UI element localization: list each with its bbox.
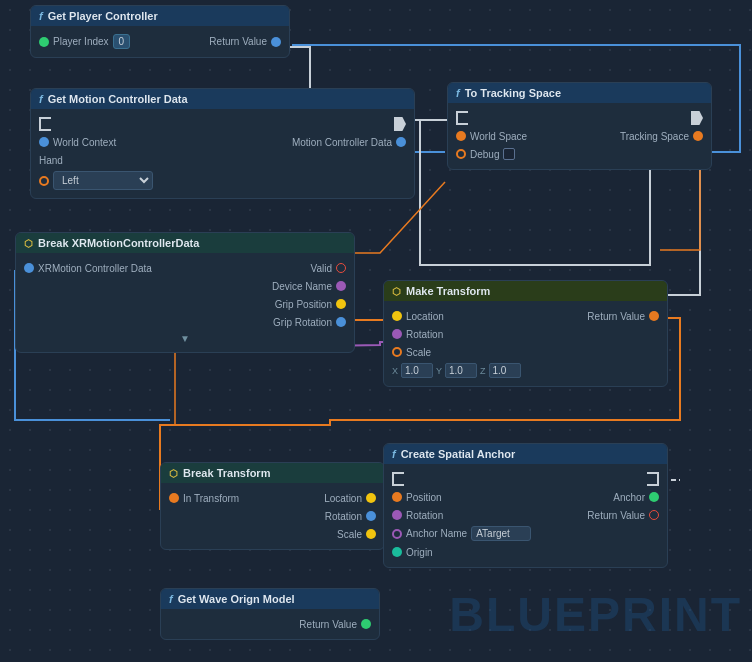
break-xr-motion-node: ⬡ Break XRMotionControllerData XRMotion … <box>15 232 355 353</box>
return-value-label: Return Value <box>209 36 267 47</box>
node-header: ⬡ Make Transform <box>384 281 667 301</box>
world-space-label: World Space <box>470 131 527 142</box>
port-left: XRMotion Controller Data <box>24 263 152 274</box>
position-row: Position Anchor <box>392 488 659 506</box>
port-left: Player Index 0 <box>39 34 130 49</box>
break-icon: ⬡ <box>169 468 178 479</box>
player-index-badge[interactable]: 0 <box>113 34 131 49</box>
port-right: Device Name <box>24 281 346 292</box>
z-input[interactable] <box>489 363 521 378</box>
return-value-dot <box>649 311 659 321</box>
scale-row: Scale <box>392 343 659 361</box>
location-label: Location <box>324 493 362 504</box>
anchor-name-row: Anchor Name <box>392 524 659 543</box>
port-left: Rotation <box>392 510 443 521</box>
scale-row: Scale <box>169 525 376 543</box>
y-input[interactable] <box>445 363 477 378</box>
node-title: Make Transform <box>406 285 490 297</box>
expand-arrow[interactable]: ▼ <box>24 331 346 346</box>
function-icon: f <box>456 87 460 99</box>
grip-position-label: Grip Position <box>275 299 332 310</box>
location-label: Location <box>406 311 444 322</box>
node-body: XRMotion Controller Data Valid Device Na… <box>16 253 354 352</box>
debug-checkbox[interactable] <box>503 148 515 160</box>
port-right: Grip Rotation <box>24 317 346 328</box>
port-right: Valid <box>311 263 347 274</box>
position-label: Position <box>406 492 442 503</box>
origin-row: Origin <box>392 543 659 561</box>
port-left: Left Right <box>39 171 153 190</box>
z-label: Z <box>480 366 486 376</box>
port-left: Scale <box>392 347 431 358</box>
exec-out-pin <box>394 117 406 131</box>
device-name-label: Device Name <box>272 281 332 292</box>
port-right <box>647 472 659 486</box>
node-header: ⬡ Break Transform <box>161 463 384 483</box>
node-body: In Transform Location Rotation Scale <box>161 483 384 549</box>
port-left: Rotation <box>392 329 443 340</box>
exec-row <box>39 115 406 133</box>
anchor-dot <box>649 492 659 502</box>
world-context-label: World Context <box>53 137 116 148</box>
hand-select[interactable]: Left Right <box>53 171 153 190</box>
port-right: Return Value <box>587 510 659 521</box>
port-left <box>456 111 468 125</box>
grip-position-row: Grip Position <box>24 295 346 313</box>
anchor-name-dot <box>392 529 402 539</box>
node-title: Create Spatial Anchor <box>401 448 516 460</box>
rotation-dot <box>392 329 402 339</box>
node-title: To Tracking Space <box>465 87 561 99</box>
location-dot <box>366 493 376 503</box>
make-transform-node: ⬡ Make Transform Location Return Value R… <box>383 280 668 387</box>
device-name-dot <box>336 281 346 291</box>
origin-label: Origin <box>406 547 433 558</box>
node-body: Position Anchor Rotation Return Value An… <box>384 464 667 567</box>
scale-label: Scale <box>406 347 431 358</box>
rotation-row: Rotation <box>169 507 376 525</box>
in-transform-label: In Transform <box>183 493 239 504</box>
create-spatial-anchor-node: f Create Spatial Anchor Position Anchor <box>383 443 668 568</box>
x-input[interactable] <box>401 363 433 378</box>
rotation-dot <box>392 510 402 520</box>
return-value-row: Return Value <box>169 615 371 633</box>
exec-row <box>456 109 703 127</box>
rotation-label: Rotation <box>406 329 443 340</box>
exec-in-pin <box>392 472 404 486</box>
port-right: Anchor <box>613 492 659 503</box>
get-wave-orign-model-node: f Get Wave Orign Model Return Value <box>160 588 380 640</box>
scale-dot <box>366 529 376 539</box>
make-icon: ⬡ <box>392 286 401 297</box>
node-header: f Create Spatial Anchor <box>384 444 667 464</box>
world-space-row: World Space Tracking Space <box>456 127 703 145</box>
node-body: World Space Tracking Space Debug <box>448 103 711 169</box>
node-header: f To Tracking Space <box>448 83 711 103</box>
tracking-space-label: Tracking Space <box>620 131 689 142</box>
port-left: Origin <box>392 547 433 558</box>
scale-xyz-row: X Y Z <box>392 361 659 380</box>
node-header: ⬡ Break XRMotionControllerData <box>16 233 354 253</box>
scale-dot <box>392 347 402 357</box>
origin-dot <box>392 547 402 557</box>
node-title: Break XRMotionControllerData <box>38 237 199 249</box>
debug-label: Debug <box>470 149 499 160</box>
valid-dot <box>336 263 346 273</box>
port-left <box>392 472 404 486</box>
exec-in-pin <box>39 117 51 131</box>
valid-label: Valid <box>311 263 333 274</box>
world-context-row: World Context Motion Controller Data <box>39 133 406 151</box>
in-transform-row: In Transform Location <box>169 489 376 507</box>
break-transform-node: ⬡ Break Transform In Transform Location … <box>160 462 385 550</box>
rotation-row: Rotation <box>392 325 659 343</box>
port-right: Return Value <box>169 619 371 630</box>
port-left: In Transform <box>169 493 239 504</box>
port-right: Motion Controller Data <box>292 137 406 148</box>
scale-label: Scale <box>337 529 362 540</box>
port-right: Location <box>324 493 376 504</box>
port-left: World Context <box>39 137 116 148</box>
node-title: Get Wave Orign Model <box>178 593 295 605</box>
in-transform-dot <box>169 493 179 503</box>
world-space-dot <box>456 131 466 141</box>
node-body: Location Return Value Rotation Scale X <box>384 301 667 386</box>
anchor-name-input[interactable] <box>471 526 531 541</box>
port-left: Anchor Name <box>392 526 531 541</box>
